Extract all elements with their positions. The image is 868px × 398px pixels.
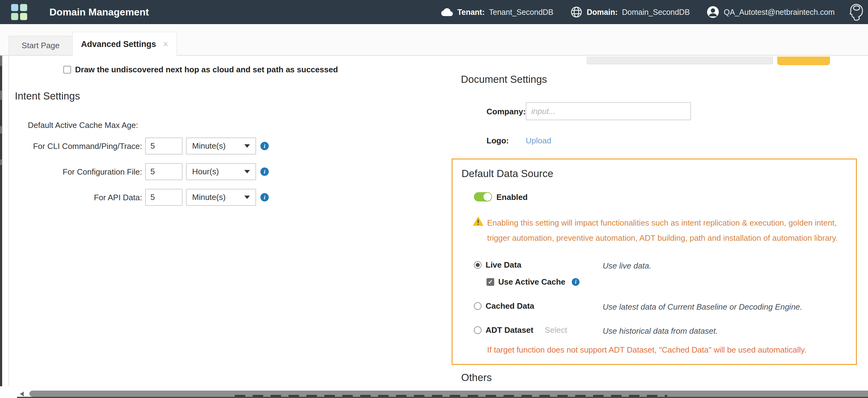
api-max-age-input[interactable] [145, 189, 183, 206]
domain-management-window: Domain Management Tenant: Tenant_SecondD… [0, 0, 868, 398]
domain-label: Domain: [587, 8, 618, 17]
domain-value: Domain_SecondDB [622, 8, 690, 17]
scroll-left-arrow[interactable] [20, 392, 24, 396]
clipped-input-field[interactable] [587, 57, 773, 64]
tab-advanced-settings[interactable]: Advanced Settings × [72, 32, 177, 56]
active-cache-info-icon[interactable]: i [572, 278, 580, 286]
use-active-cache-option: ✓ Use Active Cache i [487, 277, 580, 287]
cached-data-radio[interactable] [474, 302, 482, 310]
company-input[interactable] [526, 102, 691, 120]
app-grid-menu-icon[interactable] [11, 4, 27, 20]
cli-row-label: For CLI Command/Ping/Trace: [0, 142, 142, 151]
cli-max-age-input[interactable] [145, 137, 183, 154]
window-left-edge [0, 24, 2, 386]
use-active-cache-checkbox[interactable]: ✓ [487, 278, 494, 286]
document-settings-heading: Document Settings [461, 73, 547, 85]
use-active-cache-label: Use Active Cache [498, 277, 565, 287]
page-title: Domain Management [50, 0, 149, 24]
config-max-age-input[interactable] [145, 163, 183, 180]
live-data-radio[interactable] [474, 261, 482, 269]
header-right-cluster: Tenant: Tenant_SecondDB Domain: Domain_S… [441, 0, 835, 24]
adt-dataset-radio[interactable] [474, 326, 482, 334]
default-data-source-heading: Default Data Source [462, 168, 553, 180]
tab-start-page[interactable]: Start Page [9, 36, 72, 55]
adt-dataset-option: ADT Dataset Select [474, 326, 567, 335]
tenant-value: Tenant_SecondDB [489, 8, 553, 17]
draw-cloud-label: Draw the undiscovered next hop as cloud … [75, 65, 338, 74]
live-data-description: Use live data. [603, 261, 651, 271]
knowledge-head-icon[interactable] [846, 2, 864, 23]
user-avatar-icon[interactable] [707, 6, 719, 19]
user-email: QA_Autotest@netbraintech.com [724, 8, 835, 17]
tab-close-icon[interactable]: × [163, 39, 168, 49]
intent-settings-heading: Intent Settings [15, 90, 80, 102]
tab-advanced-settings-label: Advanced Settings [81, 39, 156, 49]
cli-unit-value: Minute(s) [192, 141, 225, 151]
adt-select-link[interactable]: Select [545, 326, 567, 335]
content-panel-border [8, 56, 9, 386]
api-unit-dropdown[interactable]: Minute(s) [186, 189, 256, 206]
logo-upload-link[interactable]: Upload [526, 136, 551, 146]
app-header: Domain Management Tenant: Tenant_SecondD… [0, 0, 868, 24]
enabled-label: Enabled [496, 192, 528, 202]
api-info-icon[interactable]: i [260, 193, 269, 202]
config-info-icon[interactable]: i [260, 167, 269, 176]
tenant-label: Tenant: [458, 8, 485, 17]
adt-dataset-label: ADT Dataset [486, 326, 533, 335]
config-row-label: For Configuration File: [0, 167, 142, 177]
tab-start-page-label: Start Page [22, 41, 60, 50]
chevron-down-icon [244, 170, 250, 173]
cached-data-description: Use latest data of Current Baseline or D… [603, 302, 802, 312]
config-unit-value: Hour(s) [192, 167, 219, 177]
enabled-toggle[interactable] [474, 192, 492, 202]
chevron-down-icon [244, 144, 250, 148]
draw-cloud-option: Draw the undiscovered next hop as cloud … [63, 65, 338, 74]
api-row-label: For API Data: [0, 193, 142, 203]
cached-data-label: Cached Data [486, 301, 534, 311]
clipped-content-strip [17, 397, 868, 398]
live-data-label: Live Data [486, 260, 521, 270]
cli-unit-dropdown[interactable]: Minute(s) [186, 137, 256, 154]
chevron-down-icon [244, 195, 250, 199]
cloud-icon [441, 8, 453, 17]
default-data-source-panel: Default Data Source Enabled Enabling thi… [452, 158, 857, 365]
clipped-yellow-button[interactable] [777, 57, 830, 65]
config-unit-dropdown[interactable]: Hour(s) [186, 163, 256, 180]
draw-cloud-checkbox[interactable] [63, 66, 71, 73]
cache-max-age-label: Default Active Cache Max Age: [28, 121, 138, 130]
logo-label: Logo: [487, 136, 509, 146]
adt-dataset-description: Use historical data from dataset. [603, 326, 718, 336]
adt-fallback-note: If target function does not support ADT … [487, 345, 807, 355]
cached-data-option: Cached Data [474, 301, 534, 311]
company-label: Company: [487, 107, 526, 117]
toggle-knob [484, 193, 492, 201]
warning-triangle-icon [473, 217, 484, 227]
cli-info-icon[interactable]: i [260, 142, 269, 150]
enable-warning-text: Enabling this setting will impact functi… [487, 215, 861, 246]
globe-icon [570, 6, 583, 18]
others-heading: Others [461, 372, 492, 384]
api-unit-value: Minute(s) [192, 192, 225, 202]
live-data-option: Live Data [474, 260, 521, 270]
